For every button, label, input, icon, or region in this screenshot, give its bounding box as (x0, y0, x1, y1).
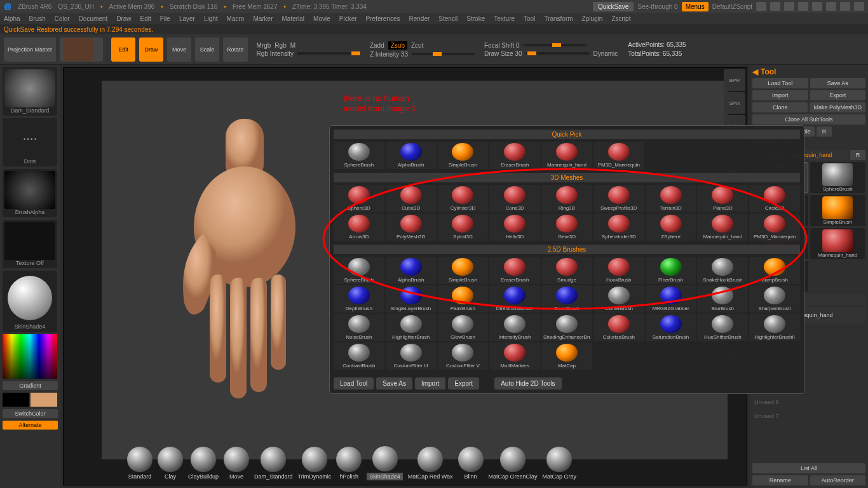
brush-thumb[interactable]: Dam_Standard (3, 67, 57, 116)
material-hPolish[interactable]: hPolish (336, 447, 362, 480)
z-intensity-slider[interactable] (412, 53, 475, 55)
menu-layer[interactable]: Layer (179, 15, 195, 22)
tool-ShadingEnhancerBrush[interactable]: ShadingEnhancerBrush (541, 314, 592, 341)
edit-button[interactable]: Edit (111, 37, 135, 62)
popup-import-button[interactable]: Import (415, 377, 445, 390)
tool-GlowBrush[interactable]: GlowBrush (438, 314, 489, 341)
menu-zscript[interactable]: Zscript (611, 15, 630, 22)
tool-MultiMarkers[interactable]: MultiMarkers (489, 342, 540, 370)
rgb-toggle[interactable]: Rgb (275, 42, 286, 49)
tool-Arrow3D[interactable]: Arrow3D (334, 214, 384, 241)
menu-zplugin[interactable]: Zplugin (582, 15, 603, 22)
zadd-toggle[interactable]: Zadd (370, 42, 384, 49)
material-Clay[interactable]: Clay (158, 447, 183, 480)
color-secondary[interactable] (31, 393, 57, 407)
menu-draw[interactable]: Draw (116, 15, 131, 22)
menu-movie[interactable]: Movie (313, 15, 330, 22)
tool-EraserBrush[interactable]: EraserBrush (489, 142, 540, 169)
tool-ContrastBrush[interactable]: ContrastBrush (334, 342, 384, 370)
tool-ClonerBrush[interactable]: ClonerBrush (593, 285, 644, 313)
tool-HighlighterBrush[interactable]: HighlighterBrush (386, 314, 437, 341)
tool-Terrain3D[interactable]: Terrain3D (646, 185, 696, 212)
tool-Smudge[interactable]: Smudge (541, 257, 592, 284)
tool-Gear3D[interactable]: Gear3D (541, 214, 592, 241)
draw-size-slider[interactable] (526, 52, 589, 55)
tool-SnakeHookBrush[interactable]: SnakeHookBrush (697, 257, 748, 284)
tool-AlphaBrush[interactable]: AlphaBrush (386, 142, 437, 169)
lock-icon[interactable] (812, 2, 822, 11)
tool-PM3D_Mannequin[interactable]: PM3D_Mannequin (749, 214, 800, 241)
color-main[interactable] (3, 393, 29, 407)
menu-texture[interactable]: Texture (494, 15, 515, 22)
material-MatCap Gray[interactable]: MatCap Gray (543, 447, 577, 480)
switchcolor-button[interactable]: SwitchColor (3, 409, 58, 418)
focal-shift-slider[interactable] (524, 44, 587, 46)
draw-button[interactable]: Draw (139, 37, 163, 62)
menu-file[interactable]: File (160, 15, 170, 22)
menu-alpha[interactable]: Alpha (4, 15, 20, 22)
canvas-strip-BPR[interactable]: BPR (724, 69, 745, 91)
tool-Sphere3D[interactable]: Sphere3D (334, 185, 384, 212)
tool-Cube3D[interactable]: Cube3D (386, 185, 437, 212)
tool-Plane3D[interactable]: Plane3D (697, 185, 748, 212)
mrgb-toggle[interactable]: Mrgb (257, 42, 271, 49)
material-Dam_Standard[interactable]: Dam_Standard (254, 447, 293, 480)
tool-Circle3D[interactable]: Circle3D (749, 185, 800, 212)
material-Blinn[interactable]: Blinn (458, 447, 484, 480)
tool-CustomFilter III[interactable]: CustomFilter III (386, 342, 437, 370)
zcut-toggle[interactable]: Zcut (411, 42, 423, 49)
tool-Ring3D[interactable]: Ring3D (541, 185, 592, 212)
material-TrimDynamic[interactable]: TrimDynamic (298, 447, 332, 480)
rp-load-button[interactable]: Load Tool (752, 78, 808, 88)
tool-panel-chevron-icon[interactable]: ◀ (752, 67, 758, 76)
tool-NoiseBrush[interactable]: NoiseBrush (334, 314, 384, 341)
tool-DirectionalBrush[interactable]: DirectionalBrush (489, 285, 540, 313)
menu-brush[interactable]: Brush (29, 15, 46, 22)
rp-save-button[interactable]: Save As (810, 78, 866, 88)
tool-HookBrush[interactable]: HookBrush (593, 257, 644, 284)
tool-SphereBrush[interactable]: SphereBrush (334, 257, 384, 284)
move-button[interactable]: Move (167, 37, 191, 62)
tool-AlphaBrush[interactable]: AlphaBrush (386, 257, 437, 284)
tool-SweepProfile3D[interactable]: SweepProfile3D (593, 185, 644, 212)
tool-CustomFilter V[interactable]: CustomFilter V (438, 342, 489, 370)
menu-stencil[interactable]: Stencil (438, 15, 458, 22)
menu-tool[interactable]: Tool (524, 15, 535, 22)
stroke-thumb[interactable]: • • • •Dots (3, 118, 57, 166)
rp-makepm-button[interactable]: Make PolyMesh3D (810, 102, 865, 112)
tool-Mannequin_hand[interactable]: Mannequin_hand (697, 214, 748, 241)
projection-master-button[interactable]: Projection Master (4, 37, 56, 62)
popup-load-button[interactable]: Load Tool (334, 377, 374, 390)
texture-thumb[interactable]: Texture Off (3, 220, 57, 268)
menu-picker[interactable]: Picker (339, 15, 357, 22)
tool-SimpleBrush[interactable]: SimpleBrush (438, 142, 489, 169)
tool-BumpBrush[interactable]: BumpBrush (749, 257, 800, 284)
win-icon-2[interactable] (770, 2, 780, 11)
m-toggle[interactable]: M (290, 42, 295, 49)
zsub-toggle[interactable]: Zsub (388, 41, 407, 50)
win-icon-3[interactable] (784, 2, 794, 11)
tool-PolyMesh3D[interactable]: PolyMesh3D (386, 214, 437, 241)
rp-r-button[interactable]: R (817, 126, 832, 137)
tool-Cone3D[interactable]: Cone3D (489, 185, 540, 212)
material-SkinShade4[interactable]: SkinShade4 (367, 446, 403, 480)
tool-SimpleBrush[interactable]: SimpleBrush (438, 257, 489, 284)
minimize-icon[interactable] (826, 2, 836, 11)
tool-SphereBrush[interactable]: SphereBrush (334, 142, 384, 169)
rotate-button[interactable]: Rotate (223, 37, 248, 62)
tool-Helix3D[interactable]: Helix3D (489, 214, 540, 241)
rp-import-button[interactable]: Import (752, 90, 808, 100)
tool-IntensityBrush[interactable]: IntensityBrush (489, 314, 540, 341)
rp-cloneall-button[interactable]: Clone All SubTools (752, 114, 865, 125)
tool-PM3D_Mannequin[interactable]: PM3D_Mannequin (593, 142, 644, 169)
menu-stroke[interactable]: Stroke (466, 15, 485, 22)
menu-color[interactable]: Color (55, 15, 70, 22)
tool-HighlighterBrushII[interactable]: HighlighterBrushII (749, 314, 800, 341)
canvas[interactable]: there is no human model from image 1 BPR… (63, 67, 747, 485)
menus-toggle[interactable]: Menus (682, 2, 709, 11)
tool-ZSphere[interactable]: ZSphere (646, 214, 696, 241)
menu-preferences[interactable]: Preferences (366, 15, 400, 22)
scale-button[interactable]: Scale (195, 37, 219, 62)
menu-document[interactable]: Document (79, 15, 108, 22)
tool-Sphereinder3D[interactable]: Sphereinder3D (593, 214, 644, 241)
